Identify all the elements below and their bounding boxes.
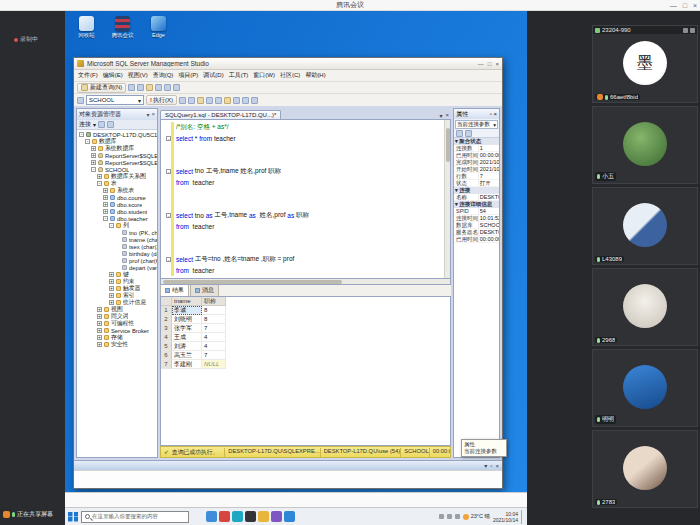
tree-item[interactable]: + 系统表 bbox=[77, 187, 157, 194]
tree-expander-icon[interactable]: + bbox=[97, 307, 102, 312]
property-row[interactable]: ▾ 聚合状态 bbox=[454, 138, 499, 145]
property-row[interactable]: 状态 打开 bbox=[454, 180, 499, 187]
tree-item[interactable]: + dbo.course bbox=[77, 194, 157, 201]
ssms-maximize-icon[interactable]: □ bbox=[488, 61, 492, 67]
tree-item[interactable]: + 统计信息 bbox=[77, 299, 157, 306]
property-row[interactable]: 连接时间 10:01:52 bbox=[454, 215, 499, 222]
filter-icon[interactable] bbox=[107, 121, 114, 128]
tree-item[interactable]: - dbo.teacher bbox=[77, 215, 157, 222]
tree-item[interactable]: + 键 bbox=[77, 271, 157, 278]
cell-tname[interactable]: 刘涛 bbox=[172, 342, 202, 351]
table-row[interactable]: 5 刘涛 4 bbox=[161, 342, 450, 351]
participant-tile[interactable]: 2783 bbox=[592, 430, 698, 508]
uncomment-icon[interactable] bbox=[233, 97, 240, 104]
menu-item[interactable]: 文件(F) bbox=[78, 71, 98, 80]
property-row[interactable]: ▾ 连接 bbox=[454, 187, 499, 194]
table-row[interactable]: 7 李建刚 NULL bbox=[161, 360, 450, 369]
print-icon[interactable] bbox=[146, 84, 153, 91]
sql-editor-text[interactable]: /*别名: 空格 + as*/-select * from teacher-se… bbox=[163, 122, 442, 276]
start-button[interactable] bbox=[68, 512, 78, 522]
taskbar-clock[interactable]: 10:04 2021/10/14 bbox=[493, 511, 518, 523]
table-row[interactable]: 4 王成 4 bbox=[161, 333, 450, 342]
editor-horizontal-scrollbar[interactable] bbox=[160, 279, 451, 285]
refresh-icon[interactable] bbox=[98, 121, 105, 128]
tree-expander-icon[interactable]: + bbox=[97, 342, 102, 347]
cell-tname[interactable]: 张学军 bbox=[172, 324, 202, 333]
property-row[interactable]: 服务器名称 DESKTOP-L17D bbox=[454, 229, 499, 236]
tree-expander-icon[interactable]: + bbox=[109, 300, 114, 305]
tree-expander-icon[interactable]: + bbox=[103, 209, 108, 214]
tab-results[interactable]: 结果 bbox=[160, 284, 189, 296]
tree-item[interactable]: - 表 bbox=[77, 180, 157, 187]
ssms-titlebar[interactable]: Microsoft SQL Server Management Studio —… bbox=[74, 58, 502, 70]
cut-icon[interactable] bbox=[155, 84, 162, 91]
menu-item[interactable]: 编辑(E) bbox=[103, 71, 123, 80]
row-number[interactable]: 2 bbox=[161, 315, 172, 324]
property-row[interactable]: 已用时间 00:00:00.046 bbox=[454, 152, 499, 159]
table-row[interactable]: 1 李诚 8 bbox=[161, 306, 450, 315]
tree-expander-icon[interactable]: - bbox=[97, 181, 102, 186]
close-icon[interactable]: × bbox=[445, 112, 449, 119]
tree-item[interactable]: - 数据库 bbox=[77, 138, 157, 145]
tree-expander-icon[interactable]: + bbox=[97, 314, 102, 319]
properties-combo[interactable]: 当前连接参数 ▾ bbox=[455, 120, 498, 129]
row-number[interactable]: 4 bbox=[161, 333, 172, 342]
tree-expander-icon[interactable]: + bbox=[97, 328, 102, 333]
results-to-grid-icon[interactable] bbox=[206, 97, 213, 104]
tree-expander-icon[interactable]: - bbox=[79, 132, 84, 137]
grid-corner[interactable] bbox=[161, 297, 172, 306]
tree-expander-icon[interactable]: + bbox=[91, 153, 96, 158]
column-header[interactable]: tname bbox=[172, 297, 202, 306]
desktop-icon[interactable]: 回收站 bbox=[73, 16, 100, 39]
close-icon[interactable]: × bbox=[493, 111, 497, 117]
property-row[interactable]: ▾ 连接详细信息 bbox=[454, 201, 499, 208]
show-desktop-button[interactable] bbox=[521, 510, 524, 524]
chevron-down-icon[interactable]: ▾ bbox=[484, 462, 487, 469]
tree-item[interactable]: + dbo.score bbox=[77, 201, 157, 208]
tree-item[interactable]: + 同义词 bbox=[77, 313, 157, 320]
tree-expander-icon[interactable]: + bbox=[97, 321, 102, 326]
property-row[interactable]: SPID 54 bbox=[454, 208, 499, 215]
minimize-icon[interactable]: — bbox=[670, 2, 677, 9]
tree-item[interactable]: depart (varchar(10), not null) bbox=[77, 264, 157, 271]
tree-item[interactable]: + 可编程性 bbox=[77, 320, 157, 327]
tree-item[interactable]: + ReportServer$SQLEXPRESS bbox=[77, 152, 157, 159]
taskbar-app-icon[interactable] bbox=[232, 511, 243, 522]
tree-item[interactable]: - SCHOOL bbox=[77, 166, 157, 173]
tree-expander-icon[interactable]: - bbox=[85, 139, 90, 144]
close-icon[interactable]: × bbox=[495, 463, 499, 469]
tree-item[interactable]: + 系统数据库 bbox=[77, 145, 157, 152]
tree-item[interactable]: + 存储 bbox=[77, 334, 157, 341]
cell-value[interactable]: 4 bbox=[202, 333, 226, 342]
property-row[interactable]: 完成时间 2021/10/14 10:03 bbox=[454, 159, 499, 166]
table-row[interactable]: 6 高玉兰 7 bbox=[161, 351, 450, 360]
tree-expander-icon[interactable]: + bbox=[91, 160, 96, 165]
tree-expander-icon[interactable]: + bbox=[103, 188, 108, 193]
tree-expander-icon[interactable] bbox=[115, 237, 120, 242]
indent-icon[interactable] bbox=[242, 97, 249, 104]
taskbar-app-icon[interactable] bbox=[271, 511, 282, 522]
execute-button[interactable]: ! 执行(X) bbox=[146, 95, 177, 105]
cell-value[interactable]: 7 bbox=[202, 351, 226, 360]
tree-expander-icon[interactable]: + bbox=[97, 335, 102, 340]
pin-icon[interactable]: ▫ bbox=[490, 463, 492, 469]
tree-expander-icon[interactable] bbox=[115, 244, 120, 249]
tree-item[interactable]: + 约束 bbox=[77, 278, 157, 285]
cell-tname[interactable]: 李建刚 bbox=[172, 360, 202, 369]
tree-expander-icon[interactable]: - bbox=[91, 167, 96, 172]
save-icon[interactable] bbox=[137, 84, 144, 91]
tree-expander-icon[interactable]: + bbox=[109, 293, 114, 298]
taskbar-app-icon[interactable] bbox=[219, 511, 230, 522]
taskbar-app-icon[interactable] bbox=[258, 511, 269, 522]
menu-item[interactable]: 项目(P) bbox=[178, 71, 198, 80]
cell-value[interactable]: 8 bbox=[202, 306, 226, 315]
cell-value[interactable]: 4 bbox=[202, 342, 226, 351]
connect-button[interactable]: 连接 bbox=[79, 120, 91, 129]
table-row[interactable]: 3 张学军 7 bbox=[161, 324, 450, 333]
tree-expander-icon[interactable]: + bbox=[109, 279, 114, 284]
cancel-query-icon[interactable] bbox=[188, 97, 195, 104]
cell-tname[interactable]: 王成 bbox=[172, 333, 202, 342]
tree-expander-icon[interactable]: + bbox=[109, 272, 114, 277]
tree-item[interactable]: + dbo.student bbox=[77, 208, 157, 215]
tree-item[interactable]: prof (char(6), null) bbox=[77, 257, 157, 264]
